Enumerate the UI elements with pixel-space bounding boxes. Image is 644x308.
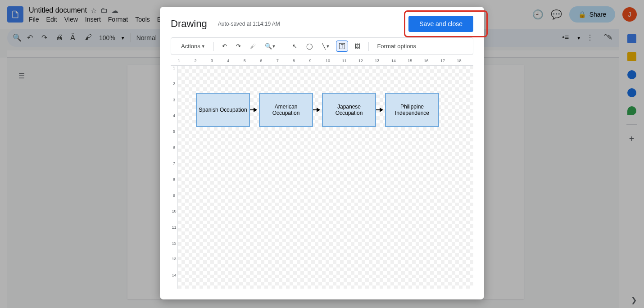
undo-icon[interactable]: ↶ [219,41,230,51]
actions-menu[interactable]: Actions ▼ [178,41,208,51]
autosave-text: Auto-saved at 1:14:19 AM [218,21,280,27]
canvas-ruler-h[interactable]: 123456789101112131415161718 [171,59,473,66]
flowchart-box[interactable]: Spanish Occupation [196,93,250,127]
shape-tool-icon[interactable]: ◯ [304,41,316,51]
separator [213,42,214,51]
line-tool-icon[interactable]: ╲ ▼ [319,41,332,51]
save-and-close-button[interactable]: Save and close [408,16,473,32]
separator [284,42,284,51]
flowchart-arrow[interactable] [250,109,257,110]
separator [368,42,369,51]
canvas-body: 1234567891011121314 Spanish Occupation A… [171,66,473,289]
redo-icon[interactable]: ↷ [233,41,244,51]
image-icon[interactable]: 🖼 [352,41,363,51]
canvas-ruler-v[interactable]: 1234567891011121314 [171,66,178,289]
canvas-wrap: 123456789101112131415161718 123456789101… [171,59,473,289]
flowchart-box[interactable]: Japanese Occupation [322,93,376,127]
format-options-button[interactable]: Format options [374,41,419,51]
flowchart-box[interactable]: American Occupation [259,93,313,127]
drawing-modal: Drawing Auto-saved at 1:14:19 AM Save an… [160,7,484,299]
text-box-icon[interactable]: 🅃 [336,41,348,52]
select-tool-icon[interactable]: ↖ [290,41,300,51]
modal-overlay: Drawing Auto-saved at 1:14:19 AM Save an… [0,0,644,308]
flowchart-box[interactable]: Philippine Independence [385,93,439,127]
modal-header: Drawing Auto-saved at 1:14:19 AM Save an… [160,7,484,37]
modal-title: Drawing [171,18,207,30]
flowchart-arrow[interactable] [376,109,383,110]
zoom-icon[interactable]: 🔍 ▼ [262,41,279,51]
paint-format-icon[interactable]: 🖌 [247,41,259,51]
drawing-canvas[interactable]: Spanish Occupation American Occupation J… [178,66,473,289]
flowchart-arrow[interactable] [313,109,320,110]
drawing-toolbar: Actions ▼ ↶ ↷ 🖌 🔍 ▼ ↖ ◯ ╲ ▼ 🅃 🖼 Format o… [171,37,473,55]
